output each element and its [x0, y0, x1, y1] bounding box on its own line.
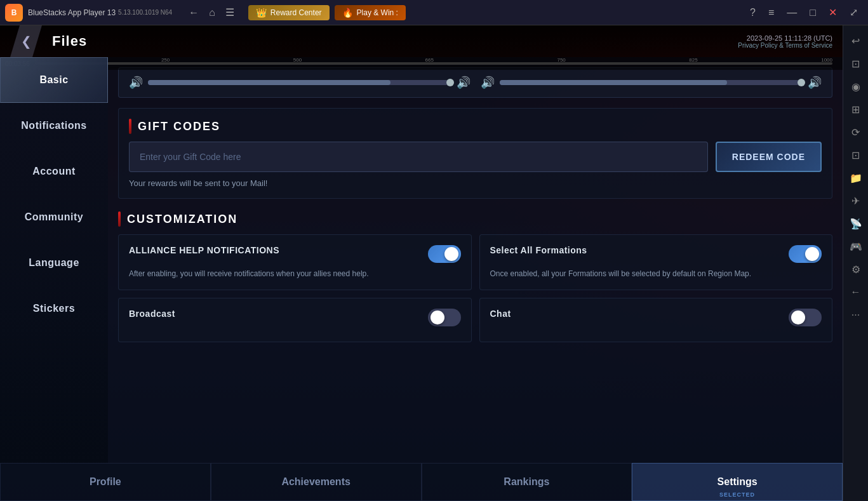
custom-card-chat: Chat: [479, 298, 833, 342]
reward-center-button[interactable]: 👑 Reward Center: [248, 5, 330, 20]
window-controls: ? ≡ — □ ✕ ⤢: [745, 4, 863, 21]
chat-toggle-knob: [791, 311, 805, 324]
audio-left-icon[interactable]: 🔊: [129, 76, 143, 90]
content-panel: 🔊 🔊 🔊 🔊: [108, 57, 843, 463]
sidebar-label-notifications: Notifications: [21, 120, 86, 131]
toolbar-arrow-left-btn[interactable]: ←: [846, 282, 866, 302]
broadcast-toggle-knob: [431, 311, 444, 324]
alliance-help-toggle[interactable]: [428, 245, 461, 263]
toolbar-record-btn[interactable]: ◉: [846, 76, 866, 97]
gift-code-row: REDEEM CODE: [129, 142, 822, 172]
tab-profile[interactable]: Profile: [0, 463, 211, 501]
formations-toggle-knob: [805, 247, 819, 261]
back-nav-button[interactable]: ←: [185, 4, 203, 21]
sidebar-label-account: Account: [32, 166, 76, 177]
header-info: 2023-09-25 11:11:28 (UTC) Privacy Policy…: [738, 34, 832, 49]
sidebar-item-basic[interactable]: Basic: [0, 57, 108, 103]
audio-icon-right-group[interactable]: 🔊: [481, 76, 495, 90]
sidebar-item-notifications[interactable]: Notifications: [0, 103, 108, 149]
help-button[interactable]: ?: [745, 4, 761, 21]
toolbar-plane-btn[interactable]: ✈: [846, 190, 866, 211]
sidebar-item-stickers[interactable]: Stickers: [0, 286, 108, 331]
alliance-help-toggle-knob: [444, 247, 458, 261]
section-accent-custom: [118, 211, 121, 227]
menu-button[interactable]: ≡: [763, 4, 779, 21]
toolbar-screenshot-btn[interactable]: ⊡: [846, 53, 866, 74]
game-area: ❮ Files 2023-09-25 11:11:28 (UTC) Privac…: [0, 25, 843, 501]
audio-handle-right[interactable]: [798, 79, 805, 86]
custom-card-alliance-help: ALLIANCE HELP NOTIFICATIONS After enabli…: [118, 234, 472, 290]
gift-code-input[interactable]: [129, 142, 708, 172]
tab-profile-label: Profile: [90, 476, 121, 488]
audio-handle-left[interactable]: [446, 79, 454, 86]
fire-icon: 🔥: [342, 8, 353, 18]
gift-codes-title-text: GIFT CODES: [138, 120, 220, 133]
title-bar-center: 👑 Reward Center 🔥 Play & Win :: [248, 5, 745, 20]
broadcast-toggle[interactable]: [428, 309, 461, 326]
home-nav-button[interactable]: ⌂: [205, 4, 219, 21]
crown-icon: 👑: [256, 8, 267, 18]
resize-button[interactable]: ⤢: [845, 4, 863, 21]
audio-bar-left: 🔊 🔊: [129, 76, 471, 90]
gift-code-hint: Your rewards will be sent to your Mail!: [129, 178, 822, 188]
audio-right-icon-left[interactable]: 🔊: [457, 76, 471, 90]
broadcast-title: Broadcast: [129, 309, 420, 319]
audio-slider-left[interactable]: [148, 80, 451, 85]
toolbar-rotate-btn[interactable]: ↩: [846, 30, 866, 51]
formations-title: Select All Formations: [490, 245, 782, 255]
audio-slider-fill-right: [500, 80, 727, 85]
formations-toggle[interactable]: [789, 245, 822, 263]
customization-title: CUSTOMIZATION: [118, 211, 832, 227]
broadcast-header: Broadcast: [129, 309, 461, 326]
sidebar-item-language[interactable]: Language: [0, 240, 108, 286]
toolbar-broadcast-btn[interactable]: 📡: [846, 213, 866, 234]
bookmark-nav-button[interactable]: ☰: [222, 4, 238, 21]
timeline-track[interactable]: 0 250 500 665 750 825 1000: [35, 62, 832, 65]
sidebar-item-account[interactable]: Account: [0, 149, 108, 194]
custom-card-formations: Select All Formations Once enabled, all …: [479, 234, 833, 290]
toolbar-camera-btn[interactable]: ⊞: [846, 99, 866, 119]
tab-achievements-label: Achievements: [281, 476, 351, 488]
tab-rankings[interactable]: Rankings: [422, 463, 632, 501]
alliance-help-title: ALLIANCE HELP NOTIFICATIONS: [129, 245, 420, 255]
title-bar: B BlueStacks App Player 13 5.13.100.1019…: [0, 0, 868, 25]
chat-header: Chat: [490, 309, 822, 326]
left-sidebar: Basic Notifications Account Community La…: [0, 57, 108, 463]
alliance-help-header: ALLIANCE HELP NOTIFICATIONS: [129, 245, 461, 263]
timeline-markers: 0 250 500 665 750 825 1000: [35, 57, 832, 63]
play-win-button[interactable]: 🔥 Play & Win :: [335, 5, 406, 20]
toolbar-folder-btn[interactable]: 📁: [846, 168, 866, 188]
gift-codes-title: GIFT CODES: [129, 119, 822, 134]
privacy-link[interactable]: Privacy Policy & Terms of Service: [738, 42, 832, 49]
customization-title-text: CUSTOMIZATION: [127, 213, 237, 226]
toolbar-gamepad-btn[interactable]: 🎮: [846, 236, 866, 257]
formations-desc: Once enabled, all your Formations will b…: [490, 268, 822, 279]
toolbar-more-btn[interactable]: ···: [846, 305, 866, 325]
redeem-code-button[interactable]: REDEEM CODE: [716, 142, 822, 172]
toolbar-crop-btn[interactable]: ⊡: [846, 145, 866, 165]
tab-achievements[interactable]: Achievements: [211, 463, 422, 501]
customization-grid: ALLIANCE HELP NOTIFICATIONS After enabli…: [118, 234, 832, 342]
audio-right-icon-right[interactable]: 🔊: [808, 76, 822, 90]
sidebar-item-community[interactable]: Community: [0, 194, 108, 240]
toolbar-gear-btn[interactable]: ⚙: [846, 259, 866, 279]
chat-toggle[interactable]: [789, 309, 822, 326]
sidebar-label-language: Language: [29, 257, 79, 269]
audio-bars: 🔊 🔊 🔊 🔊: [118, 67, 832, 98]
reward-center-label: Reward Center: [270, 8, 322, 17]
gift-codes-section: GIFT CODES REDEEM CODE Your rewards will…: [118, 108, 832, 199]
audio-slider-right[interactable]: [500, 80, 803, 85]
tab-settings[interactable]: Settings SELECTED: [632, 463, 843, 501]
chat-title: Chat: [490, 309, 782, 319]
bs-header: ❮ Files 2023-09-25 11:11:28 (UTC) Privac…: [0, 25, 843, 57]
maximize-button[interactable]: □: [805, 4, 821, 21]
bs-back-button[interactable]: ❮: [10, 25, 42, 57]
nav-buttons: ← ⌂ ☰: [185, 4, 238, 21]
audio-slider-fill-left: [148, 80, 391, 85]
minimize-button[interactable]: —: [782, 4, 802, 21]
toolbar-sync-btn[interactable]: ⟳: [846, 122, 866, 142]
close-button[interactable]: ✕: [824, 4, 842, 21]
bottom-tabbar: Profile Achievements Rankings Settings S…: [0, 463, 843, 501]
audio-bar-right: 🔊 🔊: [481, 76, 822, 90]
app-version: 5.13.100.1019 N64: [118, 9, 172, 16]
